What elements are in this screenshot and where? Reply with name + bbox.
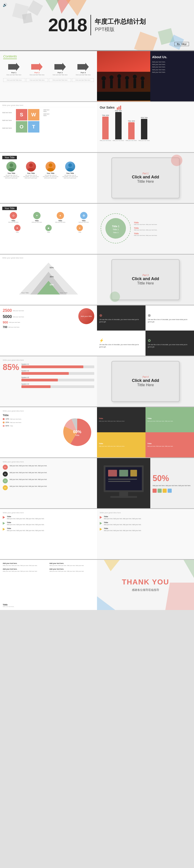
ty-main: THANK YOU [122, 578, 169, 586]
icon-circle-4: ✿ [80, 212, 87, 219]
person-1: Your Tittle Life was like a box of choco… [2, 161, 21, 179]
fifty-right: 50% Add your text here. Add your text he… [150, 458, 194, 508]
icon-circle-3: ♦ [57, 212, 64, 219]
tl-item-left-3: Tittle Add your text. Add your text. Add… [3, 527, 94, 531]
tablet-text-1: Part 1 Click and Add Tittle Here [132, 172, 159, 184]
bar-4 [141, 119, 147, 140]
avatar-4 [65, 161, 75, 172]
svg-rect-28 [118, 106, 120, 110]
svg-point-14 [102, 76, 106, 81]
arrow-icon-4 [77, 63, 89, 71]
fifty-icons [153, 489, 192, 493]
dark-cell-4: Tittle Add your text. Add your text. Add… [146, 432, 194, 457]
svg-rect-27 [117, 107, 118, 110]
svg-rect-61 [108, 481, 130, 482]
svg-point-18 [117, 74, 121, 78]
svg-marker-65 [104, 560, 120, 571]
tablet-text-4: Part 4 Click and Add Tittle Here [132, 376, 159, 387]
small-click-boxes: Click and Add Tittle Here Click and Add … [3, 78, 94, 82]
part3-sub: Click and Add Tittle Here [52, 74, 68, 75]
person-3: Your Tittle Life was like a box of choco… [41, 161, 60, 179]
click-box-2[interactable]: Click and Add Tittle Here [26, 78, 48, 82]
ct-item-3: Part 3 Click and Add Tittle Here [49, 63, 71, 75]
icon-circle-1: ⊙ [10, 212, 17, 219]
sales-bars-area: Tittle 40W Add your text here. 50W Tittl… [100, 112, 191, 141]
svg-marker-9 [8, 63, 20, 71]
svg-rect-15 [102, 81, 105, 89]
svg-rect-60 [108, 478, 137, 479]
svg-rect-59 [130, 470, 137, 476]
person-4: Your Tittle Life was like a box of choco… [61, 161, 79, 179]
stats-top: 2500 Add your text here 5000 Add your te… [3, 308, 94, 329]
sales-col-2: 50W Tittle Add your text here. [113, 110, 124, 141]
sales-header: Our Sales [100, 105, 191, 110]
progress-slide: Write your great idea here 85% System #1… [0, 356, 97, 406]
sales-col-1: Tittle 40W Add your text here. [100, 115, 111, 141]
click-box-1[interactable]: Click and Add Tittle Here [3, 78, 25, 82]
timeline-header: Write your great idea here [3, 461, 94, 463]
part2-label: Part 2 [34, 72, 39, 74]
quote-1: ⊕ Life was like a box of chocolate, you … [97, 306, 146, 331]
triangle-svg: 50% 30% 20% Your Title Your Title [19, 260, 78, 297]
bl-item-2: Add your text here. Add your text. Add y… [3, 568, 48, 572]
arrow-icon-right-1 [100, 516, 102, 519]
dark-cells-slide: Tittle Add your text. Add your text. Add… [97, 407, 194, 457]
swot-right-labels: Add texthere Add texthere [43, 109, 49, 116]
tablet-frame-1: Part 1 Click and Add Tittle Here [111, 157, 180, 198]
svg-point-31 [8, 168, 14, 172]
pie-slide: Write your great idea here Tittle 10% Ad… [0, 407, 97, 457]
click-box-3[interactable]: Click and Add Tittle Here [49, 78, 71, 82]
tl-item-left-1: Tittle Add your text. Add your text. Add… [3, 516, 94, 520]
svg-rect-58 [119, 470, 128, 476]
tl-1: 01 Add your text. Add your text. Add you… [3, 465, 94, 470]
fifty-pct-text: 50% [153, 473, 192, 483]
ytc-header: Your Tittle [2, 207, 17, 210]
svg-rect-21 [126, 80, 128, 89]
sound-icon[interactable]: 🔊 [3, 3, 7, 7]
ty-sub: 感谢各位领导莅临指导 [122, 588, 169, 592]
pb-4: System #4 [22, 383, 94, 388]
svg-marker-12 [77, 63, 89, 71]
thankyou-slide: THANK YOU 感谢各位领导莅临指导 [97, 560, 194, 610]
swot-t: T [28, 121, 39, 132]
about-slide: About Us. Add your text here. Add your t… [97, 51, 194, 101]
avatar-3 [45, 161, 55, 172]
author-badge: By: Vikyi [174, 42, 189, 46]
arrow-icon-3 [54, 63, 66, 71]
tl-4: 04 Add your text. Add your text. Add you… [3, 485, 94, 490]
ct-item-1: Part 1 Click and Add Tittle Here [3, 63, 25, 75]
quotes-grid-slide: ⊕ Life was like a box of chocolate, you … [97, 306, 194, 355]
svg-text:Tittle 3: Tittle 3 [113, 231, 118, 234]
person-2: Your Tittle Life was like a box of choco… [22, 161, 40, 179]
tittle-list-left: Write your great idea here Tittle Add yo… [0, 509, 97, 559]
svg-point-36 [68, 163, 72, 167]
pie-items: Tittle 10% Add your text here. 20% Add y… [3, 414, 58, 427]
tablet-circle-1 [171, 155, 182, 166]
title-lines: 年度工作总结计划 PPT模版 [95, 17, 146, 33]
tl-item-left-2: Tittle Add your text. Add your text. Add… [3, 522, 94, 526]
click-box-4[interactable]: Click and Add Tittle Here [72, 78, 94, 82]
quote-2: ⊗ Life was like a box of chocolate, you … [146, 306, 194, 331]
svg-point-20 [125, 76, 129, 80]
part4-label: Part 4 [81, 72, 86, 74]
tittle-label-2: Tittle Add your text here. Add your text… [134, 227, 157, 230]
icon-circle-7: ● [77, 225, 83, 231]
part3-tablet-slide: Part 3 Click and Add Tittle Here [97, 255, 194, 305]
svg-text:20%: 20% [50, 284, 54, 286]
tri-label: Write your great idea here [2, 257, 95, 259]
contents-items: Part 1 Click and Add Tittle Here Part 2 … [3, 63, 94, 75]
icon-circle-2: ✦ [33, 212, 41, 219]
svg-rect-56 [110, 496, 137, 498]
ytc-1: ⊙ Tittle Add your text here [2, 212, 24, 223]
svg-marker-10 [31, 63, 43, 71]
arrow-icon-2 [31, 63, 43, 71]
ct-item-2: Part 2 Click and Add Tittle Here [27, 63, 48, 75]
silhouette-svg [97, 71, 150, 101]
triangle-chart-slide: Write your great idea here 50% 30% 20% Y… [0, 255, 97, 305]
ytc-row2: ★ Tittle ◆ Tittle ● Tittle [2, 225, 95, 233]
title-line2: PPT模版 [95, 26, 146, 33]
ytc-4: ✿ Tittle Add your text here [73, 212, 95, 223]
tr-header: Write your great idea here [100, 512, 191, 514]
about-title: About Us. [152, 55, 191, 59]
part1-sub: Click and Add Tittle Here [6, 74, 22, 75]
